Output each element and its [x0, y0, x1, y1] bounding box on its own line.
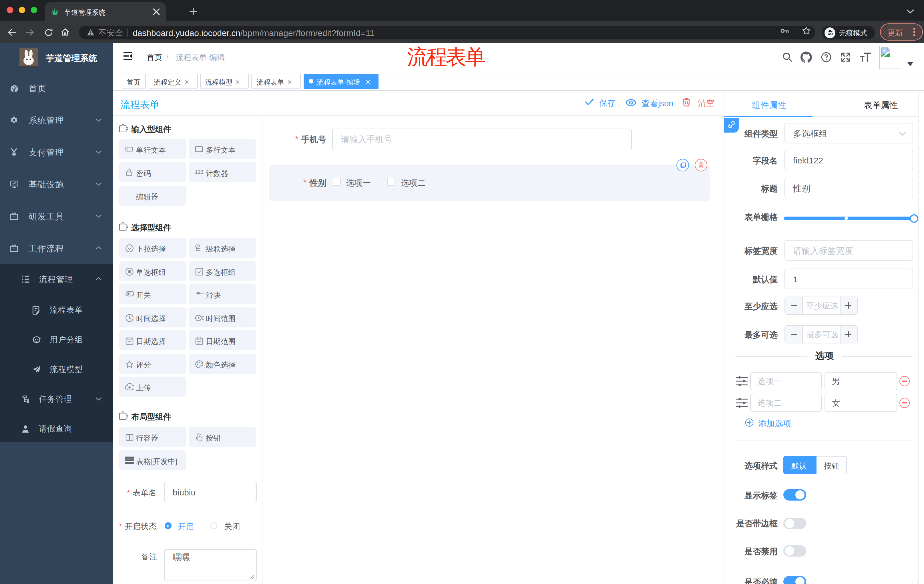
- svg-text:123: 123: [195, 169, 203, 175]
